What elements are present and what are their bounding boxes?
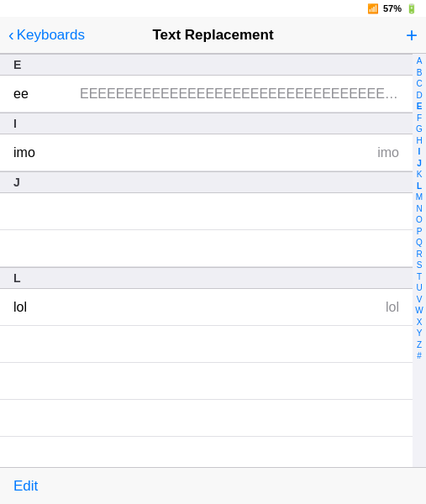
alpha-letter-x[interactable]: X [417,317,423,328]
table-row[interactable]: lol lol [0,289,413,326]
alpha-letter-j[interactable]: J [417,158,422,170]
alphabet-index[interactable]: ABCDEFGHIJKLMNOPQRSTUVWXYZ# [413,54,426,467]
table-row [0,400,413,437]
alpha-letter-w[interactable]: W [415,305,423,317]
list-area: E ee EEEEEEEEEEEEEEEEEEEEEEEEEEEEEEEEEEE… [0,54,413,467]
back-button[interactable]: ‹ Keyboards [8,27,85,44]
alpha-letter-i[interactable]: I [418,146,421,158]
row-phrase: imo [13,145,35,160]
row-shortcut: imo [377,145,399,160]
alpha-letter-s[interactable]: S [417,260,423,271]
alpha-letter-r[interactable]: R [416,249,422,260]
alpha-letter-v[interactable]: V [417,294,423,306]
alpha-letter-e[interactable]: E [417,101,423,113]
back-label: Keyboards [17,27,85,44]
table-row[interactable] [0,230,413,267]
alpha-letter-g[interactable]: G [416,123,423,135]
back-chevron-icon: ‹ [8,26,14,43]
main-content: E ee EEEEEEEEEEEEEEEEEEEEEEEEEEEEEEEEEEE… [0,54,426,467]
table-row [0,326,413,363]
alpha-letter-n[interactable]: N [416,203,422,215]
table-row[interactable]: imo imo [0,134,413,171]
alpha-letter-l[interactable]: L [417,181,422,192]
alpha-letter-z[interactable]: Z [417,339,422,351]
bottom-bar: Edit [0,467,426,504]
battery-text: 57% [383,3,402,13]
battery-icon: 🔋 [406,3,418,14]
alpha-letter-k[interactable]: K [417,169,423,181]
alpha-letter-u[interactable]: U [416,282,422,294]
row-shortcut: lol [386,300,399,315]
alpha-letter-a[interactable]: A [417,55,423,67]
section-header-l: L [0,267,413,289]
section-header-e: E [0,54,413,76]
alpha-letter-f[interactable]: F [417,113,422,124]
alpha-letter-q[interactable]: Q [416,237,423,249]
alpha-letter-p[interactable]: P [417,226,423,238]
alpha-letter-t[interactable]: T [417,271,422,283]
add-button[interactable]: + [406,25,418,45]
status-bar: 📶 57% 🔋 [0,0,426,17]
alpha-letter-b[interactable]: B [417,67,423,79]
table-row [0,437,413,467]
row-shortcut: EEEEEEEEEEEEEEEEEEEEEEEEEEEEEEEEEEEEEEEE… [80,87,399,102]
alpha-letter-d[interactable]: D [416,90,422,102]
alpha-letter-m[interactable]: M [416,192,423,203]
table-row[interactable]: ee EEEEEEEEEEEEEEEEEEEEEEEEEEEEEEEEEEEEE… [0,76,413,113]
alpha-letter-c[interactable]: C [416,78,422,90]
row-phrase: lol [13,300,27,315]
alpha-letter-#[interactable]: # [417,350,422,362]
nav-bar: ‹ Keyboards Text Replacement + [0,17,426,54]
status-icons: 📶 57% 🔋 [367,3,418,14]
alpha-letter-o[interactable]: O [416,214,423,226]
alpha-letter-h[interactable]: H [416,135,422,147]
wifi-icon: 📶 [367,3,379,14]
edit-button[interactable]: Edit [13,478,38,495]
page-title: Text Replacement [152,27,273,44]
section-header-j: J [0,171,413,193]
table-row [0,363,413,400]
table-row[interactable] [0,193,413,230]
alpha-letter-y[interactable]: Y [417,328,423,339]
row-phrase: ee [13,87,29,102]
section-header-i: I [0,113,413,134]
